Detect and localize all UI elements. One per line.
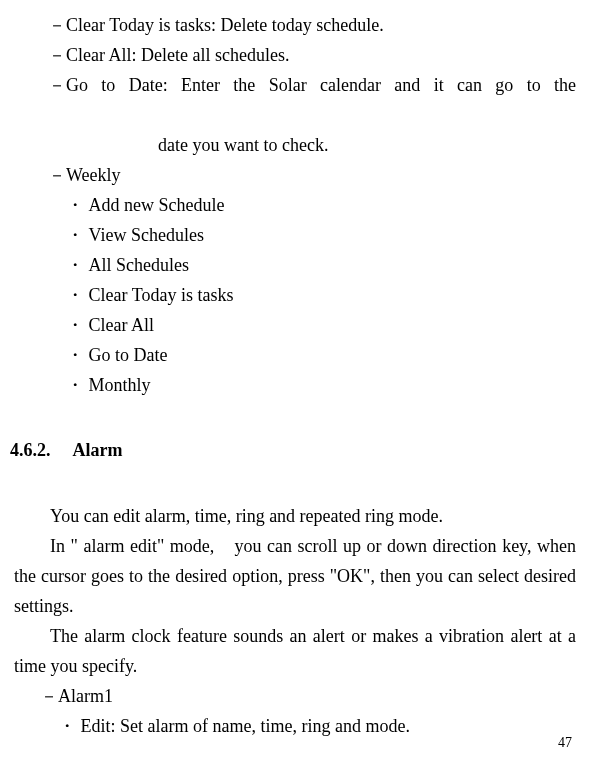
dot-text: Clear All [89,315,155,335]
para-text: In " alarm edit" mode, you can scroll up… [14,536,576,616]
page-number: 47 [558,735,572,751]
paragraph: The alarm clock feature sounds an alert … [14,621,576,681]
page-content: － Clear Today is tasks: Delete today sch… [0,10,590,741]
paragraph: You can edit alarm, time, ring and repea… [14,501,576,531]
dash-continuation: date you want to check. [158,130,582,160]
dot-icon: ・ [66,285,84,305]
dot-icon: ・ [66,345,84,365]
dash-item: － Alarm1 [40,681,582,711]
dot-item: ・ Clear All [66,310,582,340]
dot-text: Monthly [89,375,151,395]
dash-text: Clear All: Delete all schedules. [66,40,289,70]
dot-text: Add new Schedule [89,195,225,215]
dash-item: － Go to Date: Enter the Solar calendar a… [48,70,576,130]
dash-text: Go to Date: Enter the Solar calendar and… [66,70,576,130]
dot-item: ・ Clear Today is tasks [66,280,582,310]
dot-icon: ・ [66,315,84,335]
dot-icon: ・ [66,195,84,215]
dot-item: ・ All Schedules [66,250,582,280]
dot-icon: ・ [58,716,76,736]
section-title: Alarm [73,440,123,460]
dash-item: － Clear Today is tasks: Delete today sch… [48,10,582,40]
dot-text: All Schedules [89,255,190,275]
dash-item: － Weekly [48,160,582,190]
dot-icon: ・ [66,225,84,245]
dot-text: Go to Date [89,345,168,365]
para-text: You can edit alarm, time, ring and repea… [50,506,443,526]
dot-text: Edit: Set alarm of name, time, ring and … [81,716,410,736]
paragraph: In " alarm edit" mode, you can scroll up… [14,531,576,621]
para-text: The alarm clock feature sounds an alert … [14,626,576,676]
dash-item: － Clear All: Delete all schedules. [48,40,582,70]
dash-icon: － [40,681,58,711]
dot-item: ・ Add new Schedule [66,190,582,220]
dot-item: ・ View Schedules [66,220,582,250]
section-heading: 4.6.2. Alarm [10,440,582,461]
dot-icon: ・ [66,255,84,275]
dot-text: Clear Today is tasks [89,285,234,305]
dash-text: Weekly [66,160,121,190]
dash-icon: － [48,70,66,130]
dot-item: ・ Go to Date [66,340,582,370]
dash-icon: － [48,10,66,40]
dash-icon: － [48,40,66,70]
dot-text: View Schedules [89,225,204,245]
dot-item: ・ Edit: Set alarm of name, time, ring an… [58,711,582,741]
section-number: 4.6.2. [10,440,51,460]
dot-item: ・ Monthly [66,370,582,400]
dash-icon: － [48,160,66,190]
dash-text: Clear Today is tasks: Delete today sched… [66,10,384,40]
dash-text: Alarm1 [58,681,113,711]
dot-icon: ・ [66,375,84,395]
